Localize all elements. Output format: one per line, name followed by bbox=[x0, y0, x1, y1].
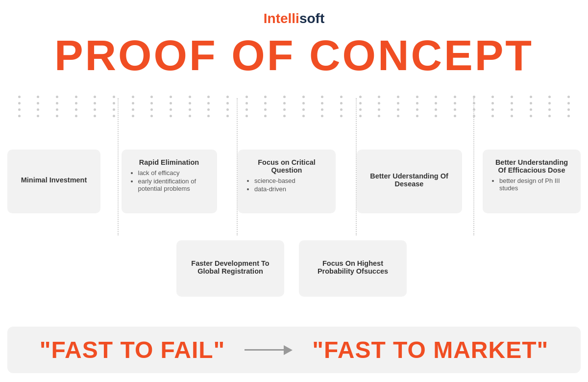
dot bbox=[56, 96, 58, 98]
dot bbox=[435, 115, 437, 117]
dot bbox=[264, 108, 267, 111]
logo-soft: soft bbox=[299, 11, 324, 26]
bottom-bar: "FAST TO FAIL" "FAST TO MARKET" bbox=[7, 327, 581, 373]
dot bbox=[491, 115, 494, 117]
dot bbox=[150, 115, 153, 117]
dot bbox=[530, 102, 532, 104]
dot bbox=[435, 108, 437, 111]
card-focus-critical: Focus on Critical Question science-based… bbox=[238, 150, 336, 213]
dot bbox=[302, 108, 305, 111]
dot bbox=[226, 115, 229, 117]
dot bbox=[454, 102, 456, 104]
dot bbox=[56, 102, 58, 104]
dot bbox=[37, 96, 39, 98]
dot bbox=[264, 102, 267, 104]
dot bbox=[170, 102, 172, 104]
dot bbox=[548, 108, 551, 111]
dot bbox=[37, 108, 39, 111]
dot bbox=[264, 115, 267, 117]
dot bbox=[226, 96, 229, 98]
dot bbox=[321, 115, 323, 117]
dot bbox=[567, 108, 570, 111]
dot bbox=[56, 108, 58, 111]
card-faster-development: Faster Development To Global Registratio… bbox=[176, 240, 284, 297]
dot bbox=[18, 96, 21, 98]
dot bbox=[283, 108, 286, 111]
dot bbox=[511, 108, 513, 111]
card-focus-highest: Focus On Highest Probability Ofsucces bbox=[299, 240, 407, 297]
dot bbox=[207, 96, 210, 98]
dot bbox=[340, 102, 343, 104]
dot bbox=[150, 108, 153, 111]
dot bbox=[245, 108, 248, 111]
card-better-understanding: Better Uderstanding Of Desease bbox=[357, 150, 462, 213]
dot bbox=[397, 96, 399, 98]
dot bbox=[397, 102, 399, 104]
dot bbox=[416, 115, 418, 117]
dot bbox=[321, 96, 323, 98]
dot bbox=[170, 96, 172, 98]
dot bbox=[530, 115, 532, 117]
dot bbox=[18, 115, 21, 117]
dot bbox=[302, 115, 305, 117]
logo-intelli: Intelli bbox=[264, 11, 299, 26]
card-better-efficacious-list: better design of Ph III studes bbox=[490, 177, 573, 192]
dots-area bbox=[10, 96, 578, 145]
dot bbox=[75, 96, 77, 98]
dot bbox=[245, 115, 248, 117]
dot bbox=[340, 96, 343, 98]
dot bbox=[567, 102, 570, 104]
fast-to-fail-label: "FAST TO FAIL" bbox=[40, 336, 225, 363]
dot bbox=[170, 108, 172, 111]
dot bbox=[491, 96, 494, 98]
dot bbox=[491, 102, 494, 104]
dot bbox=[189, 102, 191, 104]
dot bbox=[454, 96, 456, 98]
dot bbox=[113, 96, 115, 98]
logo-area: Intellisoft bbox=[0, 0, 588, 31]
dot bbox=[359, 115, 362, 117]
dot bbox=[511, 115, 513, 117]
dot bbox=[207, 115, 210, 117]
dot bbox=[283, 115, 286, 117]
dot bbox=[226, 108, 229, 111]
arrow bbox=[245, 345, 293, 355]
dot bbox=[245, 102, 248, 104]
dot bbox=[132, 102, 134, 104]
dot bbox=[207, 108, 210, 111]
dot bbox=[359, 96, 362, 98]
dot bbox=[132, 96, 134, 98]
dot bbox=[567, 96, 570, 98]
dot bbox=[245, 96, 248, 98]
dot bbox=[378, 102, 380, 104]
dot bbox=[37, 115, 39, 117]
dot bbox=[189, 108, 191, 111]
dot bbox=[378, 96, 380, 98]
dot bbox=[75, 102, 77, 104]
dot bbox=[321, 102, 323, 104]
dot bbox=[548, 115, 551, 117]
dot bbox=[340, 108, 343, 111]
card-focus-critical-list: science-based data-driven bbox=[245, 177, 328, 193]
dot bbox=[567, 115, 570, 117]
dot bbox=[94, 102, 96, 104]
list-item: better design of Ph III studes bbox=[499, 177, 573, 192]
dot bbox=[397, 115, 399, 117]
dot bbox=[511, 102, 513, 104]
dot bbox=[94, 96, 96, 98]
list-item: lack of efficacy bbox=[138, 169, 209, 177]
dot bbox=[378, 108, 380, 111]
card-rapid-elimination: Rapid Elimination lack of efficacy early… bbox=[122, 150, 217, 213]
dot bbox=[150, 102, 153, 104]
card-better-efficacious-title: Better Understanding Of Efficacious Dose bbox=[490, 158, 573, 174]
dot bbox=[416, 102, 418, 104]
dot bbox=[18, 102, 21, 104]
dot bbox=[340, 115, 343, 117]
card-faster-development-title: Faster Development To Global Registratio… bbox=[184, 259, 276, 275]
dot bbox=[416, 108, 418, 111]
dot bbox=[226, 102, 229, 104]
dot bbox=[189, 115, 191, 117]
fast-to-market-label: "FAST TO MARKET" bbox=[312, 336, 548, 363]
dot bbox=[302, 96, 305, 98]
dot bbox=[75, 108, 77, 111]
